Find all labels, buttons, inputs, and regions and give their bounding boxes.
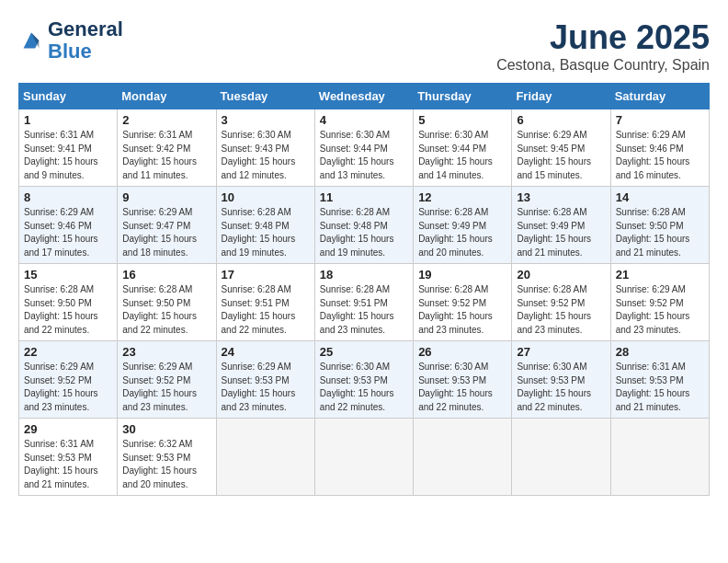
day-number: 26 — [418, 345, 506, 359]
calendar-cell: 29Sunrise: 6:31 AMSunset: 9:53 PMDayligh… — [19, 419, 118, 496]
day-number: 23 — [122, 345, 210, 359]
calendar-cell: 27Sunrise: 6:30 AMSunset: 9:53 PMDayligh… — [512, 341, 610, 419]
day-number: 24 — [222, 345, 310, 359]
day-info: Sunrise: 6:29 AMSunset: 9:53 PMDaylight:… — [222, 361, 310, 414]
calendar-header-wednesday: Wednesday — [314, 84, 413, 109]
day-number: 30 — [122, 422, 210, 436]
day-number: 1 — [24, 113, 112, 127]
logo: General Blue — [18, 18, 123, 63]
calendar-week-row: 29Sunrise: 6:31 AMSunset: 9:53 PMDayligh… — [19, 419, 710, 496]
day-info: Sunrise: 6:31 AMSunset: 9:53 PMDaylight:… — [616, 361, 704, 414]
calendar-cell: 2Sunrise: 6:31 AMSunset: 9:42 PMDaylight… — [118, 109, 216, 187]
calendar-cell: 20Sunrise: 6:28 AMSunset: 9:52 PMDayligh… — [512, 264, 610, 341]
day-number: 15 — [24, 268, 112, 282]
location-title: Cestona, Basque Country, Spain — [496, 57, 710, 74]
calendar-cell — [414, 419, 512, 496]
calendar-cell: 22Sunrise: 6:29 AMSunset: 9:52 PMDayligh… — [19, 341, 118, 419]
calendar-cell: 19Sunrise: 6:28 AMSunset: 9:52 PMDayligh… — [414, 264, 512, 341]
day-info: Sunrise: 6:28 AMSunset: 9:50 PMDaylight:… — [616, 206, 704, 259]
logo-text: General Blue — [48, 18, 123, 63]
calendar-cell — [512, 419, 610, 496]
month-title: June 2025 — [496, 18, 710, 57]
day-number: 5 — [418, 113, 506, 127]
day-info: Sunrise: 6:30 AMSunset: 9:53 PMDaylight:… — [320, 361, 408, 414]
day-info: Sunrise: 6:28 AMSunset: 9:48 PMDaylight:… — [222, 206, 310, 259]
calendar-week-row: 22Sunrise: 6:29 AMSunset: 9:52 PMDayligh… — [19, 341, 710, 419]
calendar-header-saturday: Saturday — [610, 84, 709, 109]
day-info: Sunrise: 6:30 AMSunset: 9:53 PMDaylight:… — [517, 361, 605, 414]
day-number: 4 — [320, 113, 408, 127]
calendar-cell: 26Sunrise: 6:30 AMSunset: 9:53 PMDayligh… — [414, 341, 512, 419]
calendar-cell: 18Sunrise: 6:28 AMSunset: 9:51 PMDayligh… — [314, 264, 413, 341]
day-info: Sunrise: 6:30 AMSunset: 9:43 PMDaylight:… — [222, 129, 310, 182]
calendar-cell: 13Sunrise: 6:28 AMSunset: 9:49 PMDayligh… — [512, 187, 610, 264]
day-number: 2 — [122, 113, 210, 127]
day-number: 6 — [517, 113, 605, 127]
calendar-header-sunday: Sunday — [19, 84, 118, 109]
day-info: Sunrise: 6:28 AMSunset: 9:49 PMDaylight:… — [517, 206, 605, 259]
day-info: Sunrise: 6:28 AMSunset: 9:50 PMDaylight:… — [122, 283, 210, 337]
calendar-cell: 1Sunrise: 6:31 AMSunset: 9:41 PMDaylight… — [19, 109, 118, 187]
day-info: Sunrise: 6:29 AMSunset: 9:47 PMDaylight:… — [122, 206, 210, 259]
day-number: 10 — [222, 190, 310, 204]
day-info: Sunrise: 6:32 AMSunset: 9:53 PMDaylight:… — [122, 438, 210, 491]
day-info: Sunrise: 6:28 AMSunset: 9:52 PMDaylight:… — [517, 283, 605, 337]
day-number: 29 — [24, 422, 112, 436]
day-info: Sunrise: 6:28 AMSunset: 9:51 PMDaylight:… — [222, 283, 310, 337]
day-number: 19 — [418, 268, 506, 282]
day-info: Sunrise: 6:31 AMSunset: 9:53 PMDaylight:… — [24, 438, 112, 491]
logo-general: General — [48, 17, 123, 40]
day-number: 20 — [517, 268, 605, 282]
calendar-cell: 15Sunrise: 6:28 AMSunset: 9:50 PMDayligh… — [19, 264, 118, 341]
calendar-cell: 16Sunrise: 6:28 AMSunset: 9:50 PMDayligh… — [118, 264, 216, 341]
day-info: Sunrise: 6:28 AMSunset: 9:49 PMDaylight:… — [418, 206, 506, 259]
day-number: 12 — [418, 190, 506, 204]
calendar-week-row: 8Sunrise: 6:29 AMSunset: 9:46 PMDaylight… — [19, 187, 710, 264]
day-number: 21 — [616, 268, 704, 282]
day-info: Sunrise: 6:29 AMSunset: 9:52 PMDaylight:… — [616, 283, 704, 337]
calendar-cell: 12Sunrise: 6:28 AMSunset: 9:49 PMDayligh… — [414, 187, 512, 264]
day-info: Sunrise: 6:29 AMSunset: 9:45 PMDaylight:… — [517, 129, 605, 182]
calendar-week-row: 15Sunrise: 6:28 AMSunset: 9:50 PMDayligh… — [19, 264, 710, 341]
day-number: 18 — [320, 268, 408, 282]
calendar-cell — [314, 419, 413, 496]
calendar-header-friday: Friday — [512, 84, 610, 109]
calendar-cell: 14Sunrise: 6:28 AMSunset: 9:50 PMDayligh… — [610, 187, 709, 264]
day-number: 7 — [616, 113, 704, 127]
calendar-cell: 8Sunrise: 6:29 AMSunset: 9:46 PMDaylight… — [19, 187, 118, 264]
calendar-week-row: 1Sunrise: 6:31 AMSunset: 9:41 PMDaylight… — [19, 109, 710, 187]
calendar-cell: 17Sunrise: 6:28 AMSunset: 9:51 PMDayligh… — [216, 264, 314, 341]
calendar-cell: 23Sunrise: 6:29 AMSunset: 9:52 PMDayligh… — [118, 341, 216, 419]
day-info: Sunrise: 6:30 AMSunset: 9:53 PMDaylight:… — [418, 361, 506, 414]
calendar-header-tuesday: Tuesday — [216, 84, 314, 109]
day-info: Sunrise: 6:29 AMSunset: 9:52 PMDaylight:… — [24, 361, 112, 414]
day-number: 22 — [24, 345, 112, 359]
calendar: SundayMondayTuesdayWednesdayThursdayFrid… — [18, 83, 710, 496]
calendar-cell: 7Sunrise: 6:29 AMSunset: 9:46 PMDaylight… — [610, 109, 709, 187]
day-number: 13 — [517, 190, 605, 204]
day-info: Sunrise: 6:29 AMSunset: 9:46 PMDaylight:… — [24, 206, 112, 259]
header: General Blue June 2025 Cestona, Basque C… — [18, 18, 710, 74]
day-number: 11 — [320, 190, 408, 204]
calendar-header-row: SundayMondayTuesdayWednesdayThursdayFrid… — [19, 84, 710, 109]
calendar-cell — [610, 419, 709, 496]
day-number: 28 — [616, 345, 704, 359]
day-info: Sunrise: 6:28 AMSunset: 9:48 PMDaylight:… — [320, 206, 408, 259]
calendar-cell: 6Sunrise: 6:29 AMSunset: 9:45 PMDaylight… — [512, 109, 610, 187]
day-info: Sunrise: 6:29 AMSunset: 9:52 PMDaylight:… — [122, 361, 210, 414]
day-info: Sunrise: 6:28 AMSunset: 9:52 PMDaylight:… — [418, 283, 506, 337]
logo-icon — [18, 28, 44, 53]
calendar-cell: 24Sunrise: 6:29 AMSunset: 9:53 PMDayligh… — [216, 341, 314, 419]
day-info: Sunrise: 6:30 AMSunset: 9:44 PMDaylight:… — [418, 129, 506, 182]
day-info: Sunrise: 6:29 AMSunset: 9:46 PMDaylight:… — [616, 129, 704, 182]
day-info: Sunrise: 6:28 AMSunset: 9:51 PMDaylight:… — [320, 283, 408, 337]
calendar-cell: 11Sunrise: 6:28 AMSunset: 9:48 PMDayligh… — [314, 187, 413, 264]
day-info: Sunrise: 6:31 AMSunset: 9:41 PMDaylight:… — [24, 129, 112, 182]
calendar-header-thursday: Thursday — [414, 84, 512, 109]
day-number: 9 — [122, 190, 210, 204]
calendar-cell — [216, 419, 314, 496]
calendar-header-monday: Monday — [118, 84, 216, 109]
day-number: 3 — [222, 113, 310, 127]
day-info: Sunrise: 6:28 AMSunset: 9:50 PMDaylight:… — [24, 283, 112, 337]
calendar-cell: 30Sunrise: 6:32 AMSunset: 9:53 PMDayligh… — [118, 419, 216, 496]
